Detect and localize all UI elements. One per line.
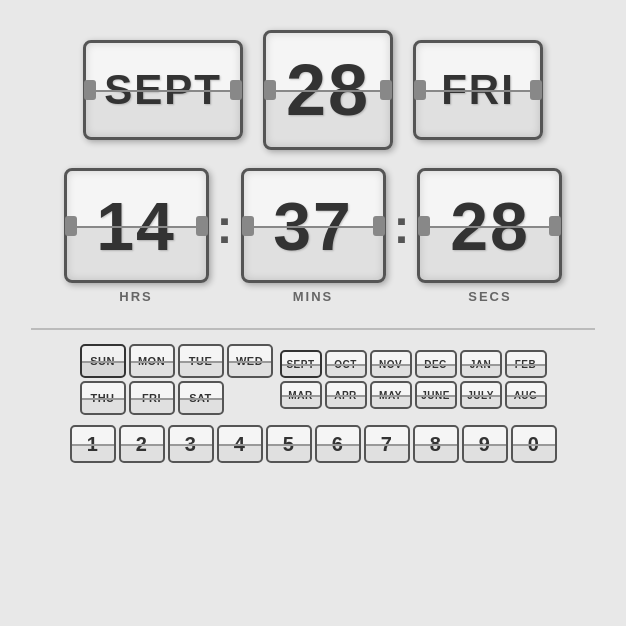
day-name-panel[interactable]: FRI [413, 40, 543, 140]
day-fri[interactable]: FRI [129, 381, 175, 415]
digits-selector: 1 2 3 4 5 6 7 8 9 0 [70, 425, 557, 463]
digit-0[interactable]: 0 [511, 425, 557, 463]
clip-left-icon [414, 80, 426, 100]
month-dec[interactable]: DEC [415, 350, 457, 378]
months-selector: SEPT OCT NOV DEC JAN FEB MAR APR MAY JUN… [280, 350, 547, 409]
month-nov[interactable]: NOV [370, 350, 412, 378]
digit-7[interactable]: 7 [364, 425, 410, 463]
top-row: SEPT 28 FRI [83, 30, 543, 150]
day-name-value: FRI [441, 66, 515, 114]
clip-left-icon [264, 80, 276, 100]
month-mar[interactable]: MAR [280, 381, 322, 409]
clip-right-icon [230, 80, 242, 100]
day-sat[interactable]: SAT [178, 381, 224, 415]
colon-separator-1: : [217, 199, 233, 274]
day-mon[interactable]: MON [129, 344, 175, 378]
month-june[interactable]: JUNE [415, 381, 457, 409]
hrs-label: HRS [119, 289, 152, 304]
hours-unit: 14 HRS [64, 168, 209, 304]
mins-label: MINS [293, 289, 334, 304]
month-may[interactable]: MAY [370, 381, 412, 409]
secs-label: SECS [468, 289, 511, 304]
month-july[interactable]: JULY [460, 381, 502, 409]
seconds-value: 28 [450, 187, 530, 265]
month-sept[interactable]: SEPT [280, 350, 322, 378]
digit-5[interactable]: 5 [266, 425, 312, 463]
seconds-panel[interactable]: 28 [417, 168, 562, 283]
day-wed[interactable]: WED [227, 344, 273, 378]
clip-left-icon [65, 216, 77, 236]
seconds-unit: 28 SECS [417, 168, 562, 304]
clip-right-icon [530, 80, 542, 100]
middle-row: 14 HRS : 37 MINS : 28 SECS [64, 168, 563, 304]
clip-left-icon [84, 80, 96, 100]
hours-value: 14 [96, 187, 176, 265]
digit-6[interactable]: 6 [315, 425, 361, 463]
clip-right-icon [373, 216, 385, 236]
section-divider [31, 328, 594, 330]
month-panel[interactable]: SEPT [83, 40, 243, 140]
colon-separator-2: : [394, 199, 410, 274]
month-jan[interactable]: JAN [460, 350, 502, 378]
minutes-value: 37 [273, 187, 353, 265]
minutes-unit: 37 MINS [241, 168, 386, 304]
digit-3[interactable]: 3 [168, 425, 214, 463]
month-value: SEPT [104, 66, 222, 114]
hours-panel[interactable]: 14 [64, 168, 209, 283]
digit-1[interactable]: 1 [70, 425, 116, 463]
main-display: SEPT 28 FRI 14 HRS : 37 [0, 0, 626, 463]
day-number-panel[interactable]: 28 [263, 30, 393, 150]
month-apr[interactable]: APR [325, 381, 367, 409]
month-feb[interactable]: FEB [505, 350, 547, 378]
digit-9[interactable]: 9 [462, 425, 508, 463]
digit-4[interactable]: 4 [217, 425, 263, 463]
day-tue[interactable]: TUE [178, 344, 224, 378]
clip-right-icon [196, 216, 208, 236]
clip-right-icon [380, 80, 392, 100]
day-sun[interactable]: SUN [80, 344, 126, 378]
clip-right-icon [549, 216, 561, 236]
month-oct[interactable]: OCT [325, 350, 367, 378]
days-selector: SUN MON TUE WED THU FRI SAT [80, 344, 273, 415]
day-number-value: 28 [286, 49, 370, 131]
clip-left-icon [242, 216, 254, 236]
clip-left-icon [418, 216, 430, 236]
day-thu[interactable]: THU [80, 381, 126, 415]
minutes-panel[interactable]: 37 [241, 168, 386, 283]
month-aug[interactable]: AUG [505, 381, 547, 409]
digit-2[interactable]: 2 [119, 425, 165, 463]
digit-8[interactable]: 8 [413, 425, 459, 463]
selector-section: SUN MON TUE WED THU FRI SAT SEPT OCT NOV… [0, 344, 626, 463]
